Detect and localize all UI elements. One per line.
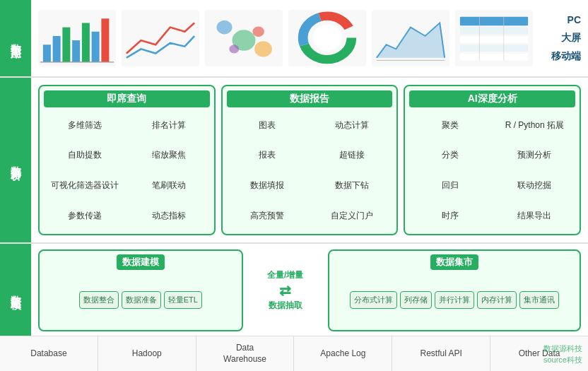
cell-1-2: 报表 xyxy=(227,142,308,170)
card-ai-analysis: AI深度分析 聚类 R / Python 拓展 分类 预测分析 回归 联动挖掘 … xyxy=(404,85,581,235)
arrow-extract: 全量/增量 ⇄ 数据抽取 xyxy=(250,249,321,331)
model-top: 数据建模 数据整合 数据准备 轻量ETL 全量/增量 ⇄ 数据抽取 数据集市 xyxy=(38,249,581,331)
svg-rect-19 xyxy=(460,17,528,25)
svg-rect-22 xyxy=(460,45,528,52)
arrow-right: ⇄ xyxy=(279,283,291,298)
pc-label: PC 大屏 移动端 xyxy=(539,11,581,65)
chart-donut xyxy=(288,10,366,66)
sub-box-dist-compute: 分布式计算 xyxy=(350,291,397,308)
build-model-box: 数据建模 数据整合 数据准备 轻量ETL xyxy=(38,249,243,331)
label-data-analysis: 数据分析 xyxy=(0,78,31,242)
sub-box-prepare: 数据准备 xyxy=(122,291,161,308)
pc-text: PC xyxy=(568,11,581,29)
svg-point-12 xyxy=(254,41,272,57)
chart-scatter xyxy=(205,10,283,66)
model-content: 数据建模 数据整合 数据准备 轻量ETL 全量/增量 ⇄ 数据抽取 数据集市 xyxy=(31,244,588,336)
cell-2-7: 结果导出 xyxy=(494,202,575,230)
charts-area xyxy=(38,10,533,66)
cell-0-0: 多维筛选 xyxy=(44,112,125,139)
build-model-title: 数据建模 xyxy=(117,254,165,270)
card-title-ai: AI深度分析 xyxy=(409,90,575,107)
data-market-box: 数据集市 分布式计算 列存储 并行计算 内存计算 集市通讯 xyxy=(328,249,581,331)
sub-box-etl: 轻量ETL xyxy=(164,291,202,308)
cell-0-7: 动态指标 xyxy=(128,202,209,230)
svg-point-16 xyxy=(312,25,341,51)
svg-rect-5 xyxy=(92,32,100,62)
cell-2-2: 分类 xyxy=(409,142,490,170)
build-model-inner: 数据整合 数据准备 轻量ETL xyxy=(79,273,202,326)
cell-1-7: 自定义门户 xyxy=(311,202,392,230)
cell-2-3: 预测分析 xyxy=(494,142,575,170)
svg-rect-4 xyxy=(82,23,90,61)
cell-1-3: 超链接 xyxy=(311,142,392,170)
cell-0-1: 排名计算 xyxy=(128,112,209,139)
ai-grid: 聚类 R / Python 拓展 分类 预测分析 回归 联动挖掘 时序 结果导出 xyxy=(409,112,575,230)
source-hadoop: Hadoop xyxy=(98,336,196,371)
label-data-app: 数据应用 xyxy=(0,0,31,76)
svg-rect-2 xyxy=(62,28,70,62)
bigscreen-text: 大屏 xyxy=(561,29,581,47)
app-content: PC 大屏 移动端 xyxy=(31,0,588,76)
cell-1-6: 高亮预警 xyxy=(227,202,308,230)
row-data-model: 数据建模 数据建模 数据整合 数据准备 轻量ETL 全量/增量 ⇄ 数据抽取 xyxy=(0,244,588,336)
cell-1-5: 数据下钻 xyxy=(311,172,392,200)
chart-area xyxy=(372,10,449,66)
cell-2-4: 回归 xyxy=(409,172,490,200)
source-restful: Restful API xyxy=(392,336,490,371)
sub-box-mem-compute: 内存计算 xyxy=(477,291,517,308)
cell-0-4: 可视化筛选器设计 xyxy=(44,172,125,200)
report-grid: 图表 动态计算 报表 超链接 数据填报 数据下钻 高亮预警 自定义门户 xyxy=(227,112,393,230)
cell-1-1: 动态计算 xyxy=(311,112,392,139)
cell-0-2: 自助提数 xyxy=(44,142,125,170)
svg-point-8 xyxy=(217,20,233,35)
svg-rect-3 xyxy=(72,40,80,62)
row-data-app: 数据应用 xyxy=(0,0,588,78)
instant-grid: 多维筛选 排名计算 自助提数 缩放聚焦 可视化筛选器设计 笔刷联动 参数传递 动… xyxy=(44,112,210,230)
watermark: 数据源科技 source科技 xyxy=(543,343,582,365)
data-market-inner: 分布式计算 列存储 并行计算 内存计算 集市通讯 xyxy=(350,273,559,326)
card-title-instant: 即席查询 xyxy=(44,90,210,107)
row-data-analysis: 数据分析 即席查询 多维筛选 排名计算 自助提数 缩放聚焦 可视化筛选器设计 笔… xyxy=(0,78,588,244)
cell-2-6: 时序 xyxy=(409,202,490,230)
cell-1-4: 数据填报 xyxy=(227,172,308,200)
cell-2-5: 联动挖掘 xyxy=(494,172,575,200)
svg-rect-6 xyxy=(101,18,109,62)
card-instant-query: 即席查询 多维筛选 排名计算 自助提数 缩放聚焦 可视化筛选器设计 笔刷联动 参… xyxy=(38,85,216,235)
source-database: Database xyxy=(0,336,98,371)
arrow-line2: 数据抽取 xyxy=(269,300,302,312)
main-container: 数据应用 xyxy=(0,0,588,371)
sub-box-integrate: 数据整合 xyxy=(79,291,119,308)
watermark-line1: 数据源科技 xyxy=(543,343,582,354)
analysis-content: 即席查询 多维筛选 排名计算 自助提数 缩放聚焦 可视化筛选器设计 笔刷联动 参… xyxy=(31,78,588,242)
svg-rect-0 xyxy=(43,45,51,62)
svg-point-11 xyxy=(229,45,239,53)
svg-rect-21 xyxy=(460,36,528,43)
bottom-sources: Database Hadoop DataWarehouse Apache Log… xyxy=(0,336,588,371)
watermark-line2: source科技 xyxy=(543,355,582,365)
cell-0-6: 参数传递 xyxy=(44,202,125,230)
cell-2-1: R / Python 拓展 xyxy=(494,112,575,139)
svg-rect-23 xyxy=(460,54,528,61)
source-dw-text: DataWarehouse xyxy=(223,343,266,365)
svg-rect-1 xyxy=(53,36,61,62)
chart-bar xyxy=(38,10,116,66)
arrow-line1: 全量/增量 xyxy=(267,269,303,281)
sub-box-comm: 集市通讯 xyxy=(519,291,559,308)
chart-line xyxy=(122,10,199,66)
source-datawarehouse: DataWarehouse xyxy=(196,336,295,371)
source-apachelog: Apache Log xyxy=(294,336,392,371)
label-data-model: 数据建模 xyxy=(0,244,31,336)
card-data-report: 数据报告 图表 动态计算 报表 超链接 数据填报 数据下钻 高亮预警 自定义门户 xyxy=(221,85,399,235)
chart-table xyxy=(455,10,533,66)
svg-point-10 xyxy=(252,26,264,37)
cell-0-3: 缩放聚焦 xyxy=(128,142,209,170)
sub-box-col-store: 列存储 xyxy=(400,291,432,308)
source-log-text: Apache Log xyxy=(320,348,365,360)
svg-rect-20 xyxy=(460,28,528,35)
cell-2-0: 聚类 xyxy=(409,112,490,139)
mobile-text: 移动端 xyxy=(551,47,581,65)
cell-1-0: 图表 xyxy=(227,112,308,139)
card-title-report: 数据报告 xyxy=(227,90,393,107)
sub-box-para-compute: 并行计算 xyxy=(435,291,474,308)
data-market-title: 数据集市 xyxy=(430,254,478,270)
